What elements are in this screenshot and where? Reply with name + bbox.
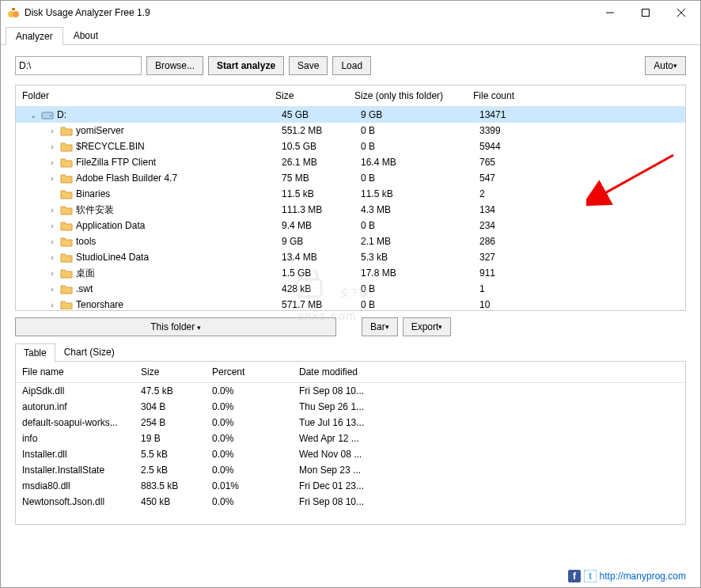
tree-row[interactable]: ›yomiServer551.2 MB0 B3399 (16, 123, 685, 138)
tree-row[interactable]: ›FileZilla FTP Client26.1 MB16.4 MB765 (16, 154, 685, 170)
file-name-cell: Installer.dll (16, 449, 135, 460)
tree-row[interactable]: ›Tenorshare571.7 MB0 B10 (16, 297, 685, 309)
auto-dropdown[interactable]: Auto (645, 56, 686, 75)
file-date-cell: Wed Nov 08 ... (293, 449, 404, 460)
bar-dropdown[interactable]: Bar (362, 317, 398, 336)
expand-icon[interactable]: › (47, 253, 57, 262)
tab-chart[interactable]: Chart (Size) (55, 343, 123, 361)
expand-icon[interactable]: › (47, 285, 57, 294)
tab-about[interactable]: About (63, 26, 108, 44)
file-body[interactable]: AipSdk.dll47.5 kB0.0%Fri Sep 08 10...aut… (16, 383, 685, 510)
browse-button[interactable]: Browse... (146, 56, 203, 75)
col-filename[interactable]: File name (16, 365, 135, 379)
file-percent-cell: 0.0% (206, 385, 293, 396)
expand-icon[interactable]: › (47, 237, 57, 246)
col-folder[interactable]: Folder (16, 89, 269, 103)
svg-rect-2 (12, 8, 15, 10)
maximize-button[interactable] (627, 2, 663, 24)
svg-point-8 (50, 115, 51, 116)
folder-name: StudioLine4 Data (76, 252, 149, 263)
size-only-cell: 16.4 MB (354, 157, 473, 168)
col-percent[interactable]: Percent (206, 365, 293, 379)
file-size-cell: 47.5 kB (135, 385, 206, 396)
tree-row[interactable]: ›软件安装111.3 MB4.3 MB134 (16, 202, 685, 218)
expand-icon[interactable]: › (47, 222, 57, 230)
folder-icon (60, 267, 73, 279)
tree-row[interactable]: ›$RECYCLE.BIN10.5 GB0 B5944 (16, 138, 685, 154)
footer-link[interactable]: http://manyprog.com (600, 571, 686, 582)
tree-row[interactable]: ›桌面1.5 GB17.8 MB911 (16, 265, 685, 281)
col-file-count[interactable]: File count (467, 89, 546, 103)
file-row[interactable]: Installer.InstallState2.5 kB0.0%Mon Sep … (16, 462, 685, 478)
tab-analyzer[interactable]: Analyzer (6, 27, 63, 45)
file-row[interactable]: AipSdk.dll47.5 kB0.0%Fri Sep 08 10... (16, 383, 685, 399)
folder-name: D: (57, 109, 66, 120)
col-date[interactable]: Date modified (293, 365, 404, 379)
col-size-only[interactable]: Size (only this folder) (348, 89, 467, 103)
expand-icon[interactable]: ⌄ (28, 111, 38, 119)
file-date-cell: Mon Sep 23 ... (293, 465, 404, 476)
save-button[interactable]: Save (289, 56, 328, 75)
file-size-cell: 450 kB (135, 496, 206, 507)
folder-name: 软件安装 (76, 203, 114, 217)
folder-icon (60, 157, 73, 168)
load-button[interactable]: Load (332, 56, 371, 75)
col-filesize[interactable]: Size (135, 365, 206, 379)
expand-icon[interactable]: › (47, 158, 57, 167)
tab-table[interactable]: Table (15, 343, 55, 362)
file-date-cell: Fri Sep 08 10... (293, 385, 404, 396)
expand-icon[interactable]: › (47, 269, 57, 278)
tree-row[interactable]: ›Adobe Flash Builder 4.775 MB0 B547 (16, 170, 685, 186)
folder-icon (60, 220, 73, 231)
path-input[interactable] (15, 56, 142, 75)
file-row[interactable]: Newtonsoft.Json.dll450 kB0.0%Fri Sep 08 … (16, 494, 685, 510)
size-only-cell: 0 B (354, 141, 473, 152)
size-cell: 11.5 kB (275, 188, 354, 199)
file-row[interactable]: msdia80.dll883.5 kB0.01%Fri Dec 01 23... (16, 478, 685, 494)
folder-name: Application Data (76, 220, 145, 231)
twitter-icon[interactable]: t (584, 570, 597, 582)
size-cell: 75 MB (275, 173, 354, 184)
export-dropdown[interactable]: Export (403, 317, 452, 336)
mid-toolbar: This folder Bar Export (15, 317, 686, 336)
expand-icon[interactable]: › (47, 142, 57, 151)
close-button[interactable] (663, 2, 699, 24)
file-size-cell: 5.5 kB (135, 449, 206, 460)
tree-row[interactable]: Binaries11.5 kB11.5 kB2 (16, 186, 685, 202)
file-row[interactable]: info19 B0.0%Wed Apr 12 ... (16, 431, 685, 446)
folder-name: 桌面 (76, 267, 95, 280)
file-row[interactable]: Installer.dll5.5 kB0.0%Wed Nov 08 ... (16, 446, 685, 462)
window-title: Disk Usage Analyzer Free 1.9 (25, 7, 592, 18)
file-date-cell: Wed Apr 12 ... (293, 433, 404, 444)
folder-name: Tenorshare (76, 299, 123, 309)
count-cell: 13471 (473, 109, 552, 120)
tree-row[interactable]: ⌄D:45 GB9 GB13471 (16, 107, 685, 123)
minimize-button[interactable] (592, 2, 627, 24)
tree-row[interactable]: ›Application Data9.4 MB0 B234 (16, 218, 685, 233)
tree-row[interactable]: ›.swt428 kB0 B1 (16, 281, 685, 297)
size-only-cell: 17.8 MB (354, 267, 473, 279)
tree-body[interactable]: ⌄D:45 GB9 GB13471›yomiServer551.2 MB0 B3… (16, 107, 685, 309)
tree-row[interactable]: ›tools9 GB2.1 MB286 (16, 233, 685, 249)
expand-icon[interactable]: › (47, 174, 57, 183)
file-row[interactable]: autorun.inf304 B0.0%Thu Sep 26 1... (16, 399, 685, 415)
size-cell: 9.4 MB (275, 220, 354, 231)
col-size[interactable]: Size (269, 89, 348, 103)
folder-name: $RECYCLE.BIN (76, 141, 145, 152)
tree-row[interactable]: ›StudioLine4 Data13.4 MB5.3 kB327 (16, 249, 685, 265)
file-row[interactable]: default-soapui-works...254 B0.0%Tue Jul … (16, 415, 685, 431)
file-date-cell: Thu Sep 26 1... (293, 401, 404, 412)
expand-icon[interactable]: › (47, 206, 57, 214)
file-date-cell: Fri Sep 08 10... (293, 496, 404, 507)
start-analyze-button[interactable]: Start analyze (208, 56, 284, 75)
svg-text:t: t (589, 571, 592, 582)
count-cell: 134 (473, 204, 552, 215)
size-only-cell: 4.3 MB (354, 204, 473, 215)
expand-icon[interactable]: › (47, 127, 57, 135)
facebook-icon[interactable]: f (568, 570, 581, 582)
size-cell: 111.3 MB (275, 204, 354, 215)
file-percent-cell: 0.0% (206, 433, 293, 444)
expand-icon[interactable]: › (47, 301, 57, 309)
this-folder-dropdown[interactable]: This folder (15, 317, 336, 336)
size-cell: 1.5 GB (275, 267, 354, 279)
